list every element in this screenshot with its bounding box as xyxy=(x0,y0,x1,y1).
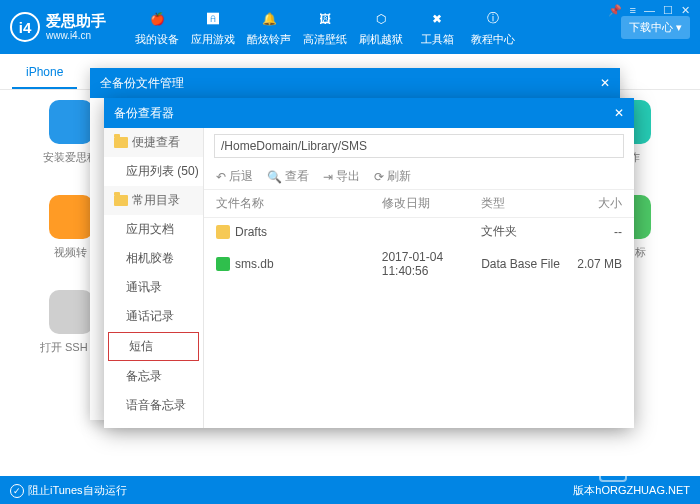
image-icon: 🖼 xyxy=(314,8,336,30)
sidebar-group-common[interactable]: 常用目录 xyxy=(104,186,203,215)
back-icon: ↶ xyxy=(216,170,226,184)
table-body: Drafts 文件夹 -- sms.db 2017-01-04 11:40:56… xyxy=(204,218,634,428)
file-name: Drafts xyxy=(235,225,267,239)
tab-iphone[interactable]: iPhone xyxy=(12,57,77,89)
sidebar-item-calllog[interactable]: 通话记录 xyxy=(104,302,203,331)
col-date[interactable]: 修改日期 xyxy=(382,195,481,212)
back-button[interactable]: ↶后退 xyxy=(216,168,253,185)
sidebar-item-applist[interactable]: 应用列表 (50) xyxy=(104,157,203,186)
nav-my-device[interactable]: 🍎我的设备 xyxy=(130,3,184,51)
file-type: 文件夹 xyxy=(481,223,564,240)
status-bar: ✓阻止iTunes自动运行 版本hORGZHUAG.NET xyxy=(0,476,700,504)
box-icon: ⬡ xyxy=(370,8,392,30)
pin-icon[interactable]: 📌 xyxy=(608,4,622,17)
view-button[interactable]: 🔍查看 xyxy=(267,168,309,185)
tool-label: 视频转 xyxy=(54,245,87,260)
maximize-icon[interactable]: ☐ xyxy=(663,4,673,17)
file-content: ↶后退 🔍查看 ⇥导出 ⟳刷新 文件名称 修改日期 类型 大小 Drafts 文… xyxy=(204,128,634,428)
bell-icon: 🔔 xyxy=(258,8,280,30)
tools-icon: ✖ xyxy=(426,8,448,30)
refresh-icon: ⟳ xyxy=(374,170,384,184)
top-nav: 🍎我的设备 🅰应用游戏 🔔酷炫铃声 🖼高清壁纸 ⬡刷机越狱 ✖工具箱 ⓘ教程中心 xyxy=(130,3,621,51)
sidebar-item-voicememos[interactable]: 语音备忘录 xyxy=(104,391,203,420)
tool-icon[interactable] xyxy=(49,100,93,144)
logo: i4 爱思助手 www.i4.cn xyxy=(10,12,130,42)
window-controls: 📌 ≡ — ☐ ✕ xyxy=(602,0,696,21)
nav-wallpapers[interactable]: 🖼高清壁纸 xyxy=(298,3,352,51)
nav-tutorials[interactable]: ⓘ教程中心 xyxy=(466,3,520,51)
apple-icon: 🍎 xyxy=(146,8,168,30)
sidebar-item-safari[interactable]: Safari 书签 xyxy=(104,420,203,428)
nav-apps[interactable]: 🅰应用游戏 xyxy=(186,3,240,51)
table-row[interactable]: Drafts 文件夹 -- xyxy=(204,218,634,245)
menu-icon[interactable]: ≡ xyxy=(630,4,636,17)
sidebar-group-quickview[interactable]: 便捷查看 xyxy=(104,128,203,157)
file-date: 2017-01-04 11:40:56 xyxy=(382,250,481,278)
col-name[interactable]: 文件名称 xyxy=(216,195,382,212)
sidebar-item-cameraroll[interactable]: 相机胶卷 xyxy=(104,244,203,273)
col-size[interactable]: 大小 xyxy=(564,195,622,212)
appstore-icon: 🅰 xyxy=(202,8,224,30)
toolbar: ↶后退 🔍查看 ⇥导出 ⟳刷新 xyxy=(204,164,634,190)
version-text: 版本hORGZHUAG.NET xyxy=(573,483,690,498)
file-name: sms.db xyxy=(235,257,274,271)
export-button[interactable]: ⇥导出 xyxy=(323,168,360,185)
itunes-block-toggle[interactable]: ✓阻止iTunes自动运行 xyxy=(10,483,127,498)
app-header: i4 爱思助手 www.i4.cn 🍎我的设备 🅰应用游戏 🔔酷炫铃声 🖼高清壁… xyxy=(0,0,700,54)
path-input[interactable] xyxy=(214,134,624,158)
file-size: 2.07 MB xyxy=(564,257,622,271)
info-icon: ⓘ xyxy=(482,8,504,30)
file-type: Data Base File xyxy=(481,257,564,271)
table-row[interactable]: sms.db 2017-01-04 11:40:56 Data Base Fil… xyxy=(204,245,634,283)
modal-close-icon[interactable]: ✕ xyxy=(614,106,624,120)
sidebar-item-sms[interactable]: 短信 xyxy=(108,332,199,361)
app-url: www.i4.cn xyxy=(46,30,106,41)
folder-icon xyxy=(114,137,128,148)
modal-title: 备份查看器 xyxy=(114,105,174,122)
nav-ringtones[interactable]: 🔔酷炫铃声 xyxy=(242,3,296,51)
logo-icon: i4 xyxy=(10,12,40,42)
col-type[interactable]: 类型 xyxy=(481,195,564,212)
database-icon xyxy=(216,257,230,271)
nav-toolbox[interactable]: ✖工具箱 xyxy=(410,3,464,51)
watermark-text: 系统之家 xyxy=(630,460,678,477)
tool-icon[interactable] xyxy=(49,195,93,239)
search-icon: 🔍 xyxy=(267,170,282,184)
sidebar: 便捷查看 应用列表 (50) 常用目录 应用文档 相机胶卷 通讯录 通话记录 短… xyxy=(104,128,204,428)
tool-icon[interactable] xyxy=(49,290,93,334)
table-header: 文件名称 修改日期 类型 大小 xyxy=(204,190,634,218)
minimize-icon[interactable]: — xyxy=(644,4,655,17)
refresh-button[interactable]: ⟳刷新 xyxy=(374,168,411,185)
sidebar-item-appdocs[interactable]: 应用文档 xyxy=(104,215,203,244)
folder-icon xyxy=(216,225,230,239)
check-icon: ✓ xyxy=(10,484,24,498)
modal-title: 全备份文件管理 xyxy=(100,75,184,92)
app-name: 爱思助手 xyxy=(46,13,106,30)
nav-jailbreak[interactable]: ⬡刷机越狱 xyxy=(354,3,408,51)
backup-viewer-modal: 备份查看器 ✕ 便捷查看 应用列表 (50) 常用目录 应用文档 相机胶卷 通讯… xyxy=(104,98,634,428)
export-icon: ⇥ xyxy=(323,170,333,184)
modal-close-icon[interactable]: ✕ xyxy=(600,76,610,90)
file-size: -- xyxy=(564,225,622,239)
close-icon[interactable]: ✕ xyxy=(681,4,690,17)
sidebar-item-contacts[interactable]: 通讯录 xyxy=(104,273,203,302)
sidebar-item-notes[interactable]: 备忘录 xyxy=(104,362,203,391)
folder-icon xyxy=(114,195,128,206)
